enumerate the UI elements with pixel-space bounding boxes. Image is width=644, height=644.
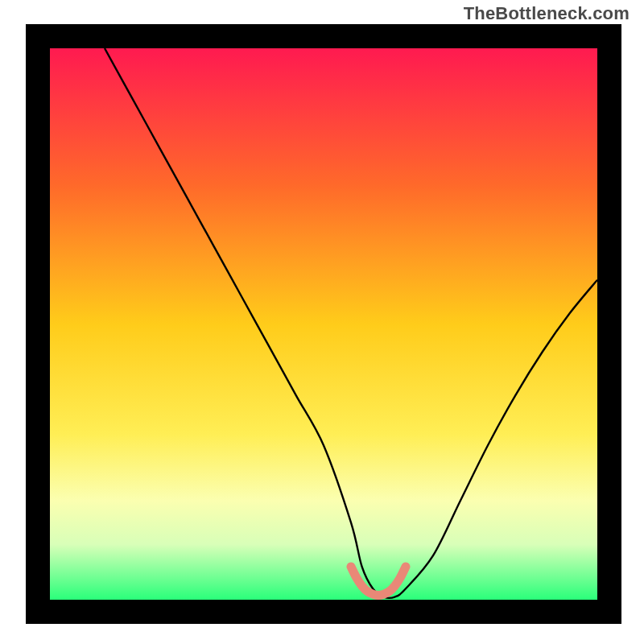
watermark-text: TheBottleneck.com: [464, 3, 630, 24]
plot-background: [50, 48, 597, 600]
bottleneck-chart: [0, 0, 644, 644]
chart-container: TheBottleneck.com: [0, 0, 644, 644]
